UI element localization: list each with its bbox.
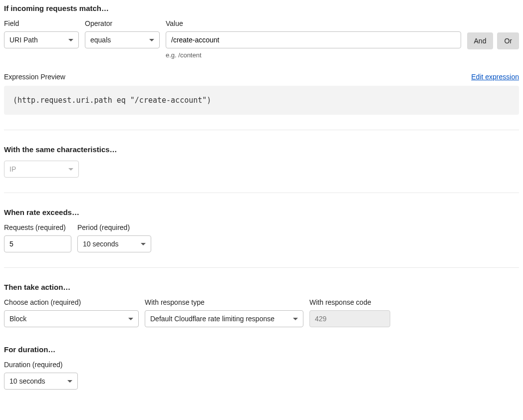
- field-select[interactable]: URI Path: [4, 31, 79, 48]
- divider: [4, 130, 519, 130]
- expression-preview: (http.request.uri.path eq "/create-accou…: [4, 86, 519, 115]
- response-code-input: [309, 310, 390, 327]
- response-code-label: With response code: [309, 298, 390, 306]
- requests-input[interactable]: [4, 235, 71, 252]
- choose-action-select[interactable]: Block: [4, 310, 139, 327]
- period-select-value: 10 seconds: [83, 240, 119, 248]
- response-type-value: Default Cloudflare rate limiting respons…: [150, 315, 274, 323]
- and-button[interactable]: And: [467, 32, 494, 49]
- chevron-down-icon: [67, 380, 72, 383]
- choose-action-label: Choose action (required): [4, 298, 139, 306]
- field-label: Field: [4, 19, 79, 27]
- operator-label: Operator: [85, 19, 160, 27]
- response-type-label: With response type: [145, 298, 303, 306]
- value-input[interactable]: [166, 31, 461, 48]
- edit-expression-link[interactable]: Edit expression: [471, 73, 519, 81]
- characteristics-select[interactable]: IP: [4, 161, 79, 178]
- value-label: Value: [166, 19, 461, 27]
- choose-action-value: Block: [9, 315, 26, 323]
- chevron-down-icon: [149, 39, 154, 41]
- divider: [4, 193, 519, 193]
- duration-heading: For duration…: [4, 345, 519, 354]
- or-button[interactable]: Or: [497, 32, 519, 49]
- expression-preview-label: Expression Preview: [4, 73, 65, 81]
- chevron-down-icon: [128, 318, 133, 320]
- response-type-select[interactable]: Default Cloudflare rate limiting respons…: [145, 310, 303, 327]
- characteristics-heading: With the same characteristics…: [4, 145, 519, 154]
- chevron-down-icon: [293, 318, 298, 320]
- characteristics-select-value: IP: [9, 165, 16, 173]
- requests-label: Requests (required): [4, 223, 71, 231]
- duration-select-value: 10 seconds: [9, 377, 45, 385]
- period-label: Period (required): [77, 223, 151, 231]
- chevron-down-icon: [68, 168, 73, 171]
- duration-label: Duration (required): [4, 361, 78, 369]
- duration-select[interactable]: 10 seconds: [4, 373, 78, 390]
- divider: [4, 267, 519, 268]
- operator-select[interactable]: equals: [85, 31, 160, 48]
- chevron-down-icon: [68, 39, 73, 41]
- match-heading: If incoming requests match…: [4, 4, 519, 12]
- value-hint: e.g. /content: [166, 51, 461, 59]
- field-select-value: URI Path: [9, 36, 38, 44]
- action-heading: Then take action…: [4, 283, 519, 291]
- rate-heading: When rate exceeds…: [4, 208, 519, 216]
- chevron-down-icon: [141, 243, 146, 245]
- operator-select-value: equals: [90, 36, 111, 44]
- period-select[interactable]: 10 seconds: [77, 235, 151, 252]
